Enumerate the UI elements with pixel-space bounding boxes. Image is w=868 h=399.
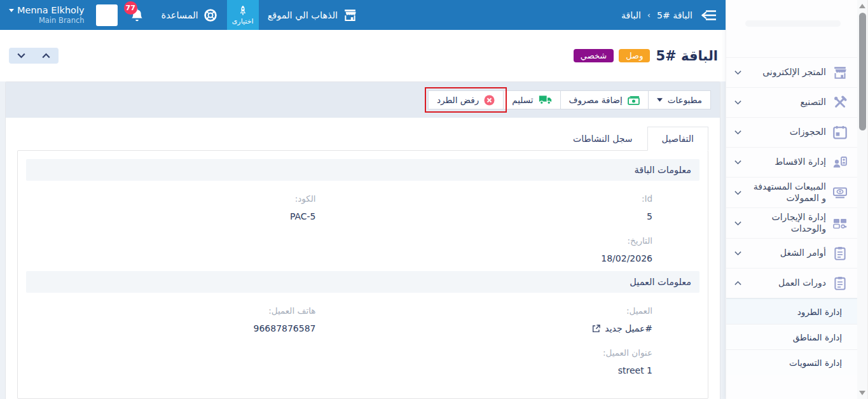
scrollbar-up-arrow-icon[interactable]	[859, 4, 865, 8]
field: التاريخ:18/02/2026	[363, 223, 700, 265]
go-to-site-button[interactable]: الذهاب الي الموقع	[259, 0, 366, 30]
user-branch: Main Branch	[9, 16, 85, 25]
window-scrollbar[interactable]	[857, 0, 868, 399]
sidebar-item[interactable]: أوامر الشغل	[726, 238, 857, 268]
button-add-expense[interactable]: إضافة مصروف	[560, 90, 649, 109]
scrollbar-down-arrow-icon[interactable]	[859, 391, 865, 395]
chevron-down-icon	[734, 251, 741, 256]
field-value-text: PAC-5	[290, 211, 316, 221]
button-label: إضافة مصروف	[569, 95, 623, 105]
tab-details[interactable]: التفاصيل	[647, 127, 708, 151]
truck-icon	[539, 95, 552, 105]
status-badges: وصلشخصي	[574, 49, 651, 62]
button-printables[interactable]: مطبوعات	[648, 90, 711, 109]
sidebar-menu: المتجر الإلكترونىالتصنيعالحجوزاتإدارة ال…	[726, 57, 857, 375]
lifebuoy-icon	[204, 9, 217, 22]
x-circle-icon	[484, 95, 495, 106]
installments-icon	[833, 155, 847, 169]
notifications-button[interactable]: 77	[123, 8, 151, 22]
chevron-up-icon	[734, 281, 741, 286]
rocket-icon	[238, 5, 247, 16]
go-to-site-label: الذهاب الي الموقع	[268, 10, 338, 20]
previous-record-button[interactable]	[42, 53, 50, 59]
toolbar-button-wrap: رفض الطرد	[428, 90, 504, 109]
field-value[interactable]: #عميل جديد	[369, 323, 653, 333]
sidebar-item[interactable]: دورات العمل	[726, 268, 857, 298]
sidebar-item[interactable]: التصنيع	[726, 87, 857, 117]
field-value-text: street 1	[618, 365, 652, 375]
button-deliver[interactable]: تسليم	[503, 90, 560, 109]
field-value: 18/02/2026	[369, 253, 653, 263]
notifications-count-badge: 77	[124, 1, 137, 15]
action-toolbar: مطبوعاتإضافة مصروفتسليمرفض الطرد	[6, 82, 720, 118]
chevron-down-icon	[734, 160, 741, 165]
sidebar-item[interactable]: الحجوزات	[726, 117, 857, 147]
page-header: الباقة #5 وصلشخصي	[0, 30, 726, 81]
status-badge: وصل	[619, 49, 650, 62]
field-value-text: 96687876587	[254, 323, 316, 333]
sidebar-subitem[interactable]: إدارة التسويات	[726, 349, 857, 375]
calendar-icon	[833, 125, 847, 139]
clipboard-icon	[833, 246, 847, 260]
sidebar-item[interactable]: المبيعات المستهدفة و العمولات	[726, 177, 857, 207]
sidebar-toggle-button[interactable]	[692, 0, 726, 30]
sidebar-item-label: دورات العمل	[747, 277, 826, 289]
button-reject-parcel[interactable]: رفض الطرد	[428, 90, 504, 109]
breadcrumb: الباقة ‹ الباقة #5	[621, 10, 692, 20]
tab-activity-log[interactable]: سجل النشاطات	[558, 127, 647, 151]
sidebar-item-label: المبيعات المستهدفة و العمولات	[747, 181, 826, 204]
field: عنوان العميل:street 1	[363, 335, 700, 377]
section-title: معلومات العميل	[26, 271, 699, 293]
section-title: معلومات الباقة	[26, 159, 699, 181]
button-label: رفض الطرد	[437, 95, 479, 105]
sidebar-subitem-label: إدارة المناطق	[793, 332, 842, 342]
fields-grid: Id:5الكود:PAC-5التاريخ:18/02/2026	[26, 181, 699, 271]
sidebar-item-label: الحجوزات	[747, 127, 826, 138]
sidebar-subitem-label: إدارة التسويات	[789, 358, 842, 368]
logo-placeholder[interactable]	[96, 4, 118, 26]
field-value-text: 5	[647, 211, 652, 221]
clipboard-icon	[833, 276, 847, 290]
package-card: مطبوعاتإضافة مصروفتسليمرفض الطرد التفاصي…	[5, 81, 720, 399]
toolbar-button-wrap: إضافة مصروف	[560, 90, 649, 109]
sidebar-item-label: التصنيع	[747, 97, 826, 108]
scrollbar-thumb[interactable]	[859, 13, 866, 130]
chevron-down-icon	[734, 130, 741, 135]
help-button[interactable]: المساعدة	[151, 0, 227, 30]
top-navbar: الباقة ‹ الباقة #5 الذهاب الي الموقع اخت…	[0, 0, 726, 30]
button-label: مطبوعات	[668, 95, 702, 105]
sidebar-submenu: إدارة الطرودإدارة المناطقإدارة التسويات	[726, 298, 857, 375]
money-eye-icon	[833, 186, 847, 200]
field-value-text: 18/02/2026	[601, 253, 652, 263]
banknote-icon	[628, 95, 640, 105]
storefront-icon	[833, 66, 847, 80]
breadcrumb-separator: ‹	[647, 10, 651, 20]
breadcrumb-parent[interactable]: الباقة	[621, 10, 641, 20]
field	[26, 223, 363, 265]
sidebar-subitem[interactable]: إدارة الطرود	[726, 298, 857, 324]
next-record-button[interactable]	[17, 53, 25, 59]
sidebar-item[interactable]: إدارة الإيجارات والوحدات	[726, 207, 857, 238]
app-window: المتجر الإلكترونىالتصنيعالحجوزاتإدارة ال…	[0, 0, 868, 399]
field-value: 96687876587	[32, 323, 316, 333]
field-label: التاريخ:	[369, 235, 653, 246]
details-panel: معلومات الباقةId:5الكود:PAC-5التاريخ:18/…	[17, 150, 708, 399]
fields-grid: العميل:#عميل جديدهاتف العميل:96687876587…	[26, 293, 699, 383]
field-value-text: #عميل جديد	[605, 323, 652, 333]
trial-label: اختيارى	[232, 17, 254, 25]
sidebar-subitem[interactable]: إدارة المناطق	[726, 324, 857, 349]
trial-button[interactable]: اختيارى	[227, 0, 259, 30]
field-value: PAC-5	[32, 211, 316, 221]
storefront-icon	[343, 9, 357, 21]
sidebar-item-label: المتجر الإلكترونى	[747, 67, 826, 78]
field: الكود:PAC-5	[26, 181, 363, 223]
field	[26, 335, 363, 377]
chevron-down-icon	[734, 100, 741, 105]
breadcrumb-current: الباقة #5	[657, 10, 692, 20]
user-menu[interactable]: Menna Elkholy Main Branch	[9, 5, 85, 25]
toolbar-button-wrap: تسليم	[503, 90, 560, 109]
record-pager	[9, 48, 59, 64]
sidebar-item[interactable]: المتجر الإلكترونى	[726, 57, 857, 87]
main-content: الباقة #5 وصلشخصي مطبوعاتإضافة مصروفتسلي…	[0, 30, 726, 399]
sidebar-item[interactable]: إدارة الاقساط	[726, 147, 857, 177]
